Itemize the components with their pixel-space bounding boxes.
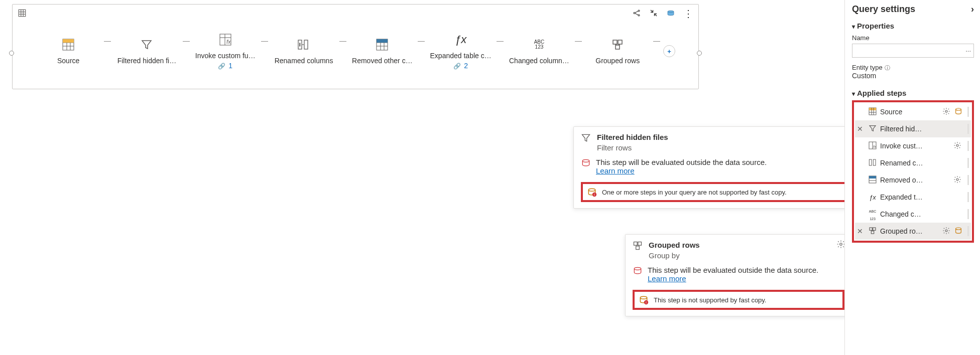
chevron-down-icon [852,89,855,97]
query-settings-panel: Query settings › Properties Name ... Ent… [844,0,980,355]
connector-right [697,51,702,56]
svg-rect-69 [870,228,872,230]
folding-warning-icon [633,266,643,276]
link-count[interactable]: 2 [453,62,468,70]
step-separator [967,124,969,134]
source-icon [61,38,75,52]
chevron-down-icon [852,22,855,30]
applied-step-renamed[interactable]: Renamed c… [855,154,971,171]
query-name-input[interactable] [852,44,974,58]
connector-left [9,51,14,56]
svg-rect-63 [869,159,872,165]
step-label: Grouped rows [595,57,640,65]
step-type-icon [868,175,877,185]
tooltip-title: Grouped rows [649,241,700,249]
step-type-icon [868,107,877,117]
learn-more-link[interactable]: Learn more [596,166,635,175]
data-source-icon [954,107,962,117]
step-type-icon [868,158,877,168]
step-label: Expanded table c… [430,52,492,60]
gear-icon[interactable] [942,107,951,117]
svg-rect-46 [636,246,640,250]
svg-point-48 [640,296,647,299]
dataflow-icon[interactable] [666,9,675,19]
fx-icon: ƒx [454,33,468,47]
step-expanded-table[interactable]: ƒx Expanded table c… 2 [425,33,496,70]
name-more-button[interactable]: ... [965,46,971,53]
svg-rect-34 [618,40,622,44]
step-removed-other[interactable]: Removed other c… [346,38,418,65]
step-label: Changed column… [509,57,569,65]
step-label: Renamed columns [275,57,333,65]
applied-step-removed[interactable]: Removed o… [855,171,971,189]
svg-marker-38 [582,134,590,141]
fast-copy-warning-highlight: ! One or more steps in your query are no… [581,182,865,202]
share-icon[interactable] [632,9,641,19]
applied-step-label: Filtered hid… [880,125,962,133]
svg-point-47 [634,267,641,270]
svg-point-68 [956,179,958,181]
info-icon[interactable] [883,64,890,71]
gear-icon[interactable] [953,175,962,185]
step-type-icon [868,227,877,236]
tooltip-filtered-hidden-files: Filtered hidden files Filter rows This s… [573,126,872,209]
svg-text:fx: fx [873,144,877,149]
add-step-button[interactable]: + [663,45,675,57]
step-separator [967,192,969,202]
gear-icon[interactable] [953,141,962,151]
applied-step-label: Removed o… [880,176,950,184]
step-type-icon: fx [868,141,877,151]
applied-step-changed[interactable]: ABC123Changed c… [855,206,971,223]
step-filtered-hidden[interactable]: Filtered hidden fi… [111,38,182,65]
step-source[interactable]: Source [33,38,104,65]
applied-step-source[interactable]: Source [855,103,971,120]
svg-point-62 [956,144,958,146]
applied-step-expanded[interactable]: ƒxExpanded t… [855,189,971,206]
svg-point-57 [956,108,961,110]
svg-rect-64 [873,159,876,165]
rename-columns-icon: I [297,38,311,52]
applied-steps-list: Source✕Filtered hid…fxInvoke cust…Rename… [852,100,974,243]
step-separator [967,107,969,117]
step-label: Removed other c… [352,57,413,65]
step-renamed-columns[interactable]: I Renamed columns [268,38,339,65]
gear-icon[interactable] [942,227,951,236]
applied-step-filtered[interactable]: ✕Filtered hid… [855,120,971,137]
applied-steps-label: Applied steps [857,89,906,97]
svg-rect-32 [377,39,388,43]
tooltip-warning-text: This step will be evaluated outside the … [596,158,767,166]
step-separator [967,209,969,219]
properties-header[interactable]: Properties [852,22,974,30]
step-separator [967,141,969,151]
step-separator [967,175,969,185]
chevron-right-icon[interactable]: › [971,4,974,15]
step-invoke-custom[interactable]: fx Invoke custom fu… 1 [190,33,261,70]
fast-copy-warning-text: One or more steps in your query are not … [602,189,787,196]
svg-rect-70 [873,228,876,230]
svg-point-73 [956,228,961,230]
delete-step-icon[interactable]: ✕ [857,227,865,235]
step-changed-column[interactable]: ABC123 Changed column… [504,38,575,65]
more-icon[interactable]: ⋮ [683,8,693,20]
delete-step-icon[interactable]: ✕ [857,125,865,133]
svg-text:!: ! [594,193,595,197]
data-source-icon [954,227,962,236]
learn-more-link[interactable]: Learn more [648,274,686,283]
step-separator [967,226,969,236]
connector-line [339,41,346,42]
panel-title: Query settings [852,4,915,15]
svg-rect-17 [63,39,74,43]
function-table-icon: fx [218,33,232,47]
link-count[interactable]: 1 [218,62,232,70]
collapse-icon[interactable] [649,9,658,19]
applied-steps-header[interactable]: Applied steps [852,89,974,97]
connector-line [497,41,504,42]
step-grouped-rows[interactable]: Grouped rows [582,38,653,65]
svg-line-8 [635,11,638,13]
applied-step-invoke[interactable]: fxInvoke cust… [855,137,971,154]
svg-rect-33 [613,40,617,44]
applied-step-label: Renamed c… [880,159,962,167]
svg-text:fx: fx [226,39,231,45]
applied-step-grouped[interactable]: ✕Grouped ro… [855,223,971,240]
add-step[interactable]: + [660,45,678,57]
